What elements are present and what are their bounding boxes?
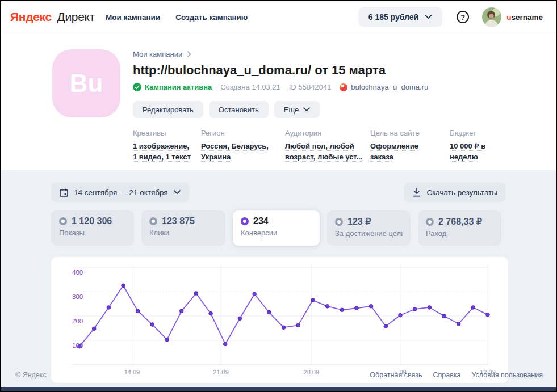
- site-favicon-icon: [340, 83, 347, 91]
- breadcrumb-label: Мои кампании: [133, 50, 182, 58]
- download-icon: [413, 188, 421, 197]
- footer-link-terms[interactable]: Условия пользования: [471, 371, 543, 379]
- logo-yandex: Яндекс: [10, 10, 52, 23]
- property-region: Регион Россия, Беларусь, Украина: [201, 129, 285, 162]
- property-audience: Аудитория Любой пол, любой возраст, любы…: [285, 129, 370, 162]
- chevron-down-icon: [425, 15, 432, 19]
- property-budget: Бюджет 10 000 ₽ в неделю: [450, 129, 506, 162]
- radio-icon: [335, 218, 343, 226]
- created-date: Создана 14.03.21: [220, 83, 280, 91]
- breadcrumb[interactable]: Мои кампании: [133, 50, 506, 58]
- campaign-domain[interactable]: bulochnaya_u_doma.ru: [340, 83, 428, 91]
- top-bar: Яндекс Директ Мои кампании Создать кампа…: [1, 1, 556, 33]
- footer-link-help[interactable]: Справка: [433, 371, 460, 379]
- date-range-picker[interactable]: 14 сентября — 21 октября: [51, 183, 189, 202]
- domain-text: bulochnaya_u_doma.ru: [351, 83, 428, 91]
- campaign-properties: Креативы 1 изображение, 1 видео, 1 текст…: [133, 129, 506, 162]
- app-window: Яндекс Директ Мои кампании Создать кампа…: [0, 0, 557, 392]
- footer-links: Обратная связь Справка Условия пользован…: [370, 371, 543, 379]
- stats-section: 14 сентября — 21 октября Скачать результ…: [1, 170, 556, 387]
- stop-button[interactable]: Остановить: [209, 101, 269, 118]
- campaign-actions: Редактировать Остановить Еще: [133, 101, 506, 118]
- username[interactable]: username: [506, 13, 543, 22]
- radio-icon: [426, 218, 434, 226]
- conversions-line-chart[interactable]: 14.0921.0928.095.0912.09100200300400: [51, 257, 508, 383]
- stats-controls: 14 сентября — 21 октября Скачать результ…: [51, 183, 506, 202]
- campaign-id: ID 55842041: [289, 83, 331, 91]
- campaign-header-section: Bu Мои кампании http://bulochnaya_u_doma…: [1, 33, 556, 170]
- bottom-bar: [1, 387, 556, 391]
- avatar[interactable]: [482, 7, 501, 27]
- balance-dropdown[interactable]: 6 185 рублей: [358, 7, 442, 27]
- nav-my-campaigns[interactable]: Мои кампании: [106, 13, 160, 22]
- page-footer: © Яндекс Обратная связь Справка Условия …: [1, 371, 556, 379]
- footer-link-feedback[interactable]: Обратная связь: [370, 371, 422, 379]
- calendar-icon: [60, 188, 68, 197]
- conversions-chart-card: 14.0921.0928.095.0912.09100200300400: [51, 257, 508, 383]
- download-results-button[interactable]: Скачать результаты: [404, 183, 506, 202]
- svg-text:400: 400: [72, 269, 83, 276]
- svg-text:300: 300: [72, 293, 83, 300]
- copyright: © Яндекс: [15, 371, 47, 379]
- radio-icon: [241, 217, 249, 225]
- help-icon[interactable]: ?: [457, 11, 469, 23]
- edit-button[interactable]: Редактировать: [133, 101, 203, 118]
- metric-cards: 1 120 306 Показы 123 875 Клики 234 Конве…: [51, 210, 506, 246]
- metric-card-clicks[interactable]: 123 875 Клики: [141, 210, 225, 246]
- radio-icon: [149, 217, 157, 225]
- status-badge: Кампания активна: [133, 83, 212, 91]
- date-range-label: 14 сентября — 21 октября: [74, 188, 168, 197]
- campaign-status-row: Кампания активна Создана 14.03.21 ID 558…: [133, 83, 506, 91]
- property-site-goal: Цель на сайте Оформление заказа: [370, 129, 450, 162]
- campaign-main: Мои кампании http://bulochnaya_u_doma.ru…: [133, 49, 506, 170]
- metric-card-spend[interactable]: 2 768,33 ₽ Раход: [418, 210, 501, 246]
- metric-card-conversions[interactable]: 234 Конверсии: [233, 210, 320, 246]
- svg-text:200: 200: [72, 318, 83, 324]
- balance-amount: 6 185 рублей: [368, 12, 418, 22]
- chevron-right-icon: [187, 51, 191, 57]
- campaign-avatar: Bu: [52, 49, 120, 117]
- download-label: Скачать результаты: [426, 188, 497, 197]
- logo-direct: Директ: [57, 10, 95, 23]
- yandex-direct-logo[interactable]: Яндекс Директ: [10, 10, 95, 24]
- metric-card-impressions[interactable]: 1 120 306 Показы: [51, 210, 134, 246]
- radio-icon: [59, 217, 67, 225]
- more-button[interactable]: Еще: [274, 101, 320, 118]
- page-title: http://bulochnaya_u_doma.ru/ от 15 марта: [133, 63, 506, 78]
- check-icon: [133, 83, 141, 91]
- chevron-down-icon: [174, 190, 181, 195]
- status-text: Кампания активна: [145, 83, 212, 91]
- metric-card-cost-per-goal[interactable]: 123 ₽ За достижение цели: [327, 210, 411, 246]
- property-creatives: Креативы 1 изображение, 1 видео, 1 текст: [133, 129, 201, 162]
- top-navigation: Мои кампании Создать кампанию: [106, 13, 248, 22]
- chevron-down-icon: [303, 107, 310, 112]
- nav-create-campaign[interactable]: Создать кампанию: [175, 13, 248, 22]
